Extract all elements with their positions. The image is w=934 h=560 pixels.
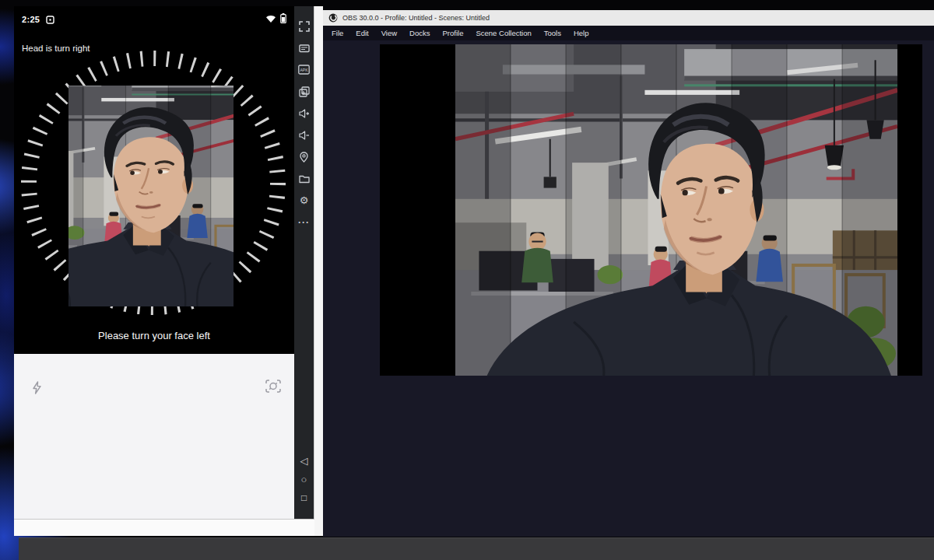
emulator-frame-right [314, 6, 323, 536]
android-screen: 2:25 Head is turn right Please turn your… [14, 6, 294, 519]
obs-camera-source[interactable] [455, 44, 897, 376]
battery-icon [280, 12, 286, 26]
emulator-frame-bottom [14, 519, 314, 536]
fullscreen-icon[interactable] [298, 20, 310, 32]
notification-icon [46, 16, 54, 24]
obs-logo-icon [328, 13, 338, 23]
obs-preview-canvas[interactable] [380, 44, 922, 376]
android-nav-buttons: ◁ ○ □ [294, 456, 314, 502]
settings-gear-icon[interactable]: ⚙ [298, 194, 310, 206]
apk-install-icon[interactable]: APK [298, 64, 310, 75]
desktop-taskbar[interactable] [19, 537, 934, 560]
shared-folder-icon[interactable] [298, 173, 310, 184]
android-status-bar: 2:25 [14, 6, 294, 28]
location-icon[interactable] [298, 151, 310, 163]
back-button[interactable]: ◁ [300, 456, 308, 466]
obs-menu-bar: File Edit View Docks Profile Scene Colle… [323, 26, 934, 40]
menu-profile[interactable]: Profile [437, 26, 470, 40]
flash-icon[interactable] [26, 377, 47, 397]
more-icon[interactable]: ··· [298, 216, 310, 228]
camera-preview-photo [68, 86, 234, 306]
multi-instance-icon[interactable] [298, 86, 310, 97]
android-emulator-window: 2:25 Head is turn right Please turn your… [14, 6, 323, 536]
menu-help[interactable]: Help [567, 26, 595, 40]
menu-view[interactable]: View [375, 26, 403, 40]
obs-title-bar[interactable]: OBS 30.0.0 - Profile: Untitled - Scenes:… [323, 10, 934, 26]
menu-docks[interactable]: Docks [403, 26, 436, 40]
obs-window: OBS 30.0.0 - Profile: Untitled - Scenes:… [323, 10, 934, 537]
obs-window-title: OBS 30.0.0 - Profile: Untitled - Scenes:… [342, 14, 490, 22]
menu-scene-collection[interactable]: Scene Collection [469, 26, 537, 40]
recents-button[interactable]: □ [301, 493, 307, 502]
svg-text:APK: APK [300, 68, 308, 72]
menu-edit[interactable]: Edit [349, 26, 374, 40]
volume-up-icon[interactable] [298, 107, 310, 119]
volume-down-icon[interactable] [298, 129, 310, 141]
wifi-icon [265, 12, 276, 26]
face-instruction-bottom: Please turn your face left [14, 330, 294, 341]
menu-file[interactable]: File [325, 26, 349, 40]
keyboard-icon[interactable] [298, 42, 310, 54]
emulator-sidebar: APK ⚙ ··· [294, 6, 314, 519]
home-button[interactable]: ○ [301, 474, 307, 485]
flip-camera-icon[interactable] [263, 376, 283, 396]
status-time: 2:25 [22, 15, 40, 24]
camera-control-panel [14, 354, 294, 519]
menu-tools[interactable]: Tools [538, 26, 567, 40]
